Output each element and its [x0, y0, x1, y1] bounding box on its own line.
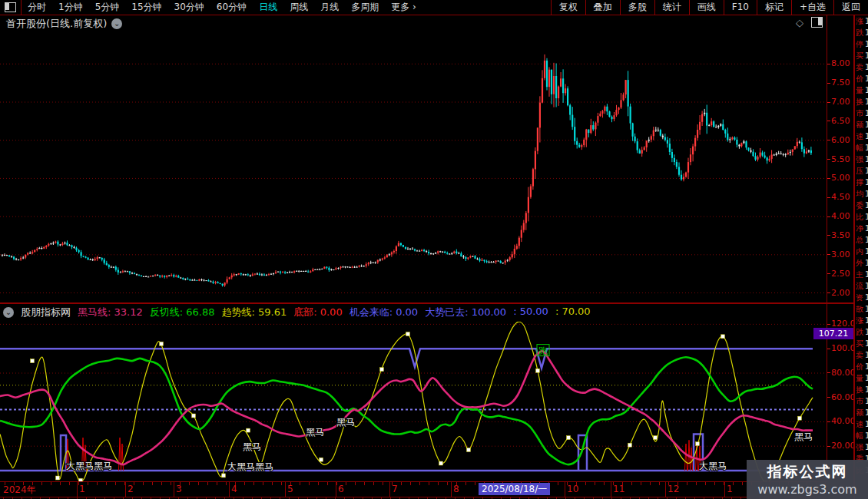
button-多股[interactable]: 多股 [620, 0, 654, 15]
price-label: 7.50 [831, 78, 850, 88]
sidebar-row: 卖1 [855, 349, 868, 361]
minor-tick [714, 482, 715, 485]
watermark-title: 指标公式网 [747, 462, 868, 482]
indicator-label: 80.00 [831, 368, 856, 378]
quote-sidebar[interactable]: 涨1跌1停1买1卖1价1量1换1市1额1速1幅1强1压1撑1均1委1比1净1总1… [853, 15, 868, 499]
minor-tick [263, 482, 263, 485]
button-标记[interactable]: 标记 [757, 0, 791, 15]
minor-tick [733, 482, 734, 485]
minor-tick [60, 482, 61, 485]
candlestick-chart[interactable] [0, 29, 827, 302]
minor-tick [595, 482, 595, 485]
tab-月线[interactable]: 月线 [314, 1, 345, 14]
minor-tick [300, 482, 300, 485]
layout-icon[interactable] [5, 2, 16, 12]
sidebar-row: 涨1 [855, 315, 868, 326]
tab-多周期[interactable]: 多周期 [345, 1, 385, 14]
sidebar-row: 停1 [855, 38, 868, 50]
tab-分时[interactable]: 分时 [22, 1, 52, 14]
sidebar-row: 市1 [855, 107, 868, 119]
button-画线[interactable]: 画线 [689, 0, 724, 15]
tab-更多 ›[interactable]: 更多 › [385, 1, 422, 14]
button-叠加[interactable]: 叠加 [585, 0, 620, 15]
sidebar-row: 幅1 [855, 430, 868, 441]
sidebar-row: 均1 [855, 188, 868, 200]
month-label: 5 [287, 484, 293, 494]
minor-tick [687, 482, 687, 485]
tab-1分钟[interactable]: 1分钟 [52, 1, 89, 14]
minor-tick [604, 482, 605, 485]
month-separator [611, 482, 611, 497]
minor-tick [97, 482, 98, 485]
indicator-params: 黑马线: 33.12反切线: 66.88趋势线: 59.61底部: 0.00机会… [78, 306, 591, 319]
price-label: 8.00 [831, 58, 850, 68]
sidebar-row: 市1 [855, 395, 868, 407]
tab-5分钟[interactable]: 5分钟 [89, 1, 126, 14]
minor-tick [585, 482, 586, 485]
sidebar-row: 卖1 [855, 61, 868, 73]
sidebar-row: 价1 [855, 73, 868, 84]
minor-tick [410, 482, 411, 485]
month-separator [77, 482, 78, 497]
sidebar-row: 总1 [855, 234, 868, 246]
tab-周线[interactable]: 周线 [283, 1, 314, 14]
month-separator [451, 482, 452, 497]
minor-tick [41, 482, 42, 485]
chart-corner-icons: ◇ [796, 17, 823, 28]
price-label: 3.00 [831, 250, 850, 259]
month-separator [125, 482, 126, 497]
minor-tick [429, 482, 429, 485]
sidebar-row: 强1 [855, 154, 868, 165]
param-黑马线: 黑马线: 33.12 [78, 306, 143, 319]
indicator-panel[interactable]: 大黑马黑马大黑马黑马黑马黑马黑马大黑马黑马跑 [0, 322, 827, 481]
signal-label: 大黑马 [227, 461, 255, 472]
collapse-indicator-icon[interactable]: ⌄ [3, 307, 14, 318]
minor-tick [106, 482, 107, 485]
tab-15分钟[interactable]: 15分钟 [125, 1, 167, 14]
button-统计[interactable]: 统计 [654, 0, 689, 15]
month-separator [389, 482, 390, 497]
sidebar-row: 跌1 [855, 27, 868, 38]
minor-tick [115, 482, 116, 485]
sidebar-row: 流1 [855, 280, 868, 292]
chevron-down-icon[interactable]: ⌄ [111, 18, 122, 29]
button-返回[interactable]: 返回 [833, 0, 868, 15]
tab-30分钟[interactable]: 30分钟 [168, 1, 210, 14]
minor-tick [558, 482, 558, 485]
minor-tick [309, 482, 310, 485]
period-tabs: 分时1分钟5分钟15分钟30分钟60分钟日线周线月线多周期更多 › [22, 1, 422, 14]
button-+自选[interactable]: +自选 [791, 0, 833, 15]
minor-tick [253, 482, 254, 485]
minor-tick [14, 482, 15, 485]
watermark: 指标公式网 www.zbgs3.com [747, 460, 868, 499]
sidebar-row: 速1 [855, 131, 868, 142]
minor-tick [401, 482, 402, 485]
date-axis[interactable]: 2024年 123456781011121 [0, 481, 827, 497]
sidebar-row: 涨1 [855, 15, 868, 27]
month-separator [724, 482, 725, 497]
tab-日线[interactable]: 日线 [253, 1, 283, 14]
month-label: 6 [338, 484, 344, 494]
sidebar-row: 委1 [855, 200, 868, 211]
param-趋势线: 趋势线: 59.61 [221, 306, 287, 319]
split-view-icon[interactable] [811, 17, 823, 28]
minor-tick [69, 482, 70, 485]
month-separator [665, 482, 666, 497]
signal-label: 大黑马 [699, 461, 727, 471]
minor-tick [383, 482, 383, 485]
tab-60分钟[interactable]: 60分钟 [210, 1, 253, 14]
signal-label: 大黑马 [66, 461, 94, 471]
chart-title-row: 首开股份(日线.前复权) ⌄ [6, 17, 122, 31]
price-label: 4.50 [831, 192, 850, 202]
diamond-icon[interactable]: ◇ [796, 17, 803, 28]
button-F10[interactable]: F10 [724, 0, 757, 15]
month-label: 1 [79, 484, 85, 494]
param-50.00: : 50.00 [513, 306, 548, 319]
minor-tick [143, 482, 144, 485]
month-label: 7 [392, 484, 398, 494]
sidebar-row: 比1 [855, 211, 868, 223]
button-复权[interactable]: 复权 [551, 0, 585, 15]
minor-tick [355, 482, 356, 485]
sidebar-row: 主1 [855, 269, 868, 280]
sidebar-row: 资1 [855, 292, 868, 303]
